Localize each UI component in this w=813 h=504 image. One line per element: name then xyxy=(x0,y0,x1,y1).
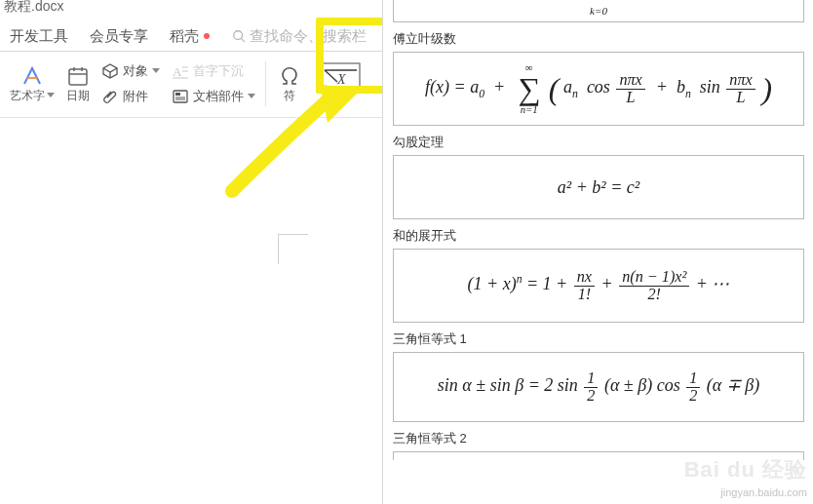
eq-body: (1 + x)n = 1 + nx1! + n(n − 1)x²2! + ⋯ xyxy=(468,269,730,301)
svg-rect-13 xyxy=(174,91,187,102)
calendar-icon xyxy=(66,64,90,88)
eq-body: f(x) = a0 + ∞ ∑ n=1 ( an cos nπxL + bn s… xyxy=(425,62,772,115)
svg-text:X: X xyxy=(336,72,346,87)
equation-item-pyth[interactable]: a² + b² = c² xyxy=(393,155,804,219)
dropcap-icon: A xyxy=(172,62,189,80)
eq-label-trig2: 三角恒等式 2 xyxy=(393,430,804,447)
svg-line-2 xyxy=(242,39,246,43)
eq-label-pyth: 勾股定理 xyxy=(393,134,804,151)
equation-item-binom[interactable]: (1 + x)n = 1 + nx1! + n(n − 1)x²2! + ⋯ xyxy=(393,249,804,323)
svg-rect-14 xyxy=(175,93,180,96)
tab-daoke[interactable]: 稻壳 xyxy=(170,27,211,46)
search-icon xyxy=(232,29,246,43)
equation-panel: k=0 傅立叶级数 f(x) = a0 + ∞ ∑ n=1 ( an cos n… xyxy=(382,0,813,504)
omega-icon xyxy=(278,64,301,88)
wordart-icon xyxy=(20,64,44,88)
dropcap-label: 首字下沉 xyxy=(193,62,244,80)
tab-vip[interactable]: 会员专享 xyxy=(90,27,148,46)
attachment-label: 附件 xyxy=(123,88,148,105)
eq-label-trig1: 三角恒等式 1 xyxy=(393,330,804,348)
tab-daoke-label: 稻壳 xyxy=(170,27,199,46)
equation-item-trig2[interactable] xyxy=(393,451,804,460)
wordart-label: 艺术字 xyxy=(10,88,45,104)
separator xyxy=(265,61,266,106)
date-label: 日期 xyxy=(66,88,90,104)
tool-docparts[interactable]: 文档部件 xyxy=(172,88,255,105)
equation-icon: X xyxy=(318,62,361,90)
tool-dropcap: A 首字下沉 xyxy=(172,62,244,80)
equation-item-fourier[interactable]: f(x) = a0 + ∞ ∑ n=1 ( an cos nπxL + bn s… xyxy=(393,52,804,126)
chevron-down-icon xyxy=(152,68,160,74)
page-corner xyxy=(278,234,308,264)
ribbon-toolbar: 艺术字 日期 xyxy=(0,51,382,118)
symbol-label: 符 xyxy=(284,88,295,104)
daoke-new-icon xyxy=(203,32,211,40)
svg-text:A: A xyxy=(173,64,182,79)
eq-label-binom: 和的展开式 xyxy=(393,227,804,245)
docparts-icon xyxy=(172,88,189,105)
tab-dev-tools[interactable]: 开发工具 xyxy=(10,27,68,46)
tool-object[interactable]: 对象 xyxy=(101,62,160,80)
svg-point-1 xyxy=(234,31,243,40)
chevron-down-icon xyxy=(248,94,255,99)
paperclip-icon xyxy=(101,88,119,105)
object-label: 对象 xyxy=(123,62,148,80)
eq-body: sin α ± sin β = 2 sin 12 (α ± β) cos 12 … xyxy=(438,370,759,403)
eq-text: k=0 xyxy=(590,5,607,17)
chevron-down-icon xyxy=(47,93,55,98)
search-box[interactable]: 查找命令、搜索栏 xyxy=(232,27,367,46)
tool-date[interactable]: 日期 xyxy=(60,51,96,117)
tool-wordart[interactable]: 艺术字 xyxy=(4,51,60,117)
equation-item-trig1[interactable]: sin α ± sin β = 2 sin 12 (α ± β) cos 12 … xyxy=(393,352,804,422)
eq-label-fourier: 傅立叶级数 xyxy=(393,30,804,48)
svg-rect-3 xyxy=(69,69,87,85)
object-icon xyxy=(101,62,119,80)
docparts-label: 文档部件 xyxy=(193,88,244,105)
equation-item[interactable]: k=0 xyxy=(393,0,804,22)
tool-attachment[interactable]: 附件 xyxy=(101,88,148,105)
tool-equation[interactable]: X 公式 xyxy=(309,51,369,117)
tool-symbol[interactable]: 符 xyxy=(270,51,309,117)
eq-body: a² + b² = c² xyxy=(558,177,639,198)
filename: 教程.docx xyxy=(0,0,382,8)
search-placeholder: 查找命令、搜索栏 xyxy=(250,27,367,46)
svg-point-0 xyxy=(204,33,210,39)
